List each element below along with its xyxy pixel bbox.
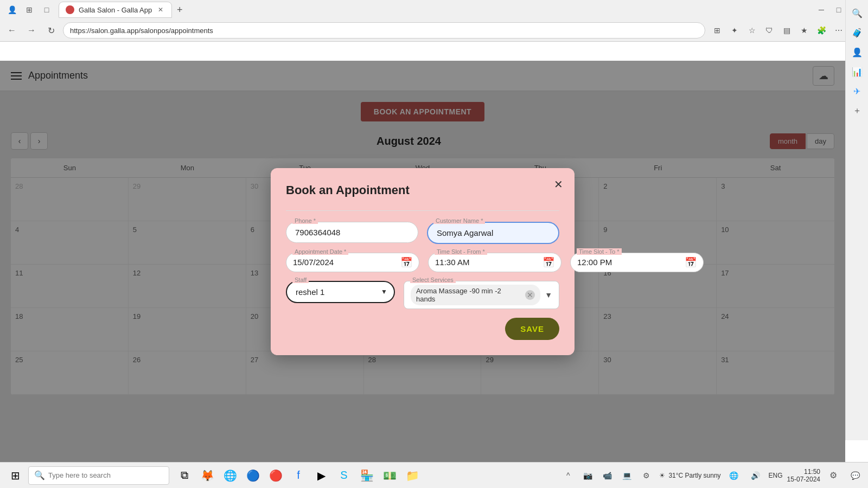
browser-title-bar: 👤 ⊞ □ Galla Salon - Galla App ✕ + ─ □ ✕ bbox=[0, 0, 868, 20]
edge-taskbar-icon[interactable]: 🌐 bbox=[219, 465, 241, 486]
taskbar-weather: ☀ 31°C Partly sunny bbox=[659, 472, 720, 479]
date-display: 15-07-2024 bbox=[787, 476, 820, 483]
taskbar-search-bar: 🔍 bbox=[28, 466, 169, 485]
save-button[interactable]: SAVE bbox=[505, 318, 559, 340]
analytics-icon[interactable]: 📊 bbox=[848, 63, 866, 80]
briefcase-icon[interactable]: 🧳 bbox=[848, 24, 866, 41]
tab-close-button[interactable]: ✕ bbox=[156, 5, 165, 14]
shield-icon[interactable]: 🛡 bbox=[762, 23, 777, 38]
camera-icon[interactable]: 📷 bbox=[579, 467, 596, 484]
tab-favicon bbox=[66, 5, 74, 14]
system-tray-chevron[interactable]: ^ bbox=[559, 467, 577, 484]
service-chip-remove-button[interactable]: ✕ bbox=[525, 290, 535, 300]
youtube-icon[interactable]: ▶ bbox=[310, 465, 332, 486]
copilot-button[interactable]: ✦ bbox=[727, 23, 742, 38]
restore-button[interactable]: □ bbox=[831, 2, 846, 17]
modal-title: Book an Appointment bbox=[286, 183, 559, 197]
browser-right-sidebar: 🔍 🧳 👤 📊 ✈ ＋ bbox=[845, 0, 868, 440]
services-label: Select Services bbox=[410, 277, 456, 283]
taskbar-gear-button[interactable]: ⚙ bbox=[825, 467, 842, 484]
forward-button[interactable]: → bbox=[24, 23, 39, 38]
customer-name-input[interactable] bbox=[427, 222, 559, 244]
volume-icon[interactable]: 🔊 bbox=[747, 467, 764, 484]
facebook-icon[interactable]: f bbox=[288, 465, 309, 486]
search-icon: 🔍 bbox=[34, 470, 45, 480]
send-icon[interactable]: ✈ bbox=[848, 82, 866, 100]
add-sidebar-button[interactable]: ＋ bbox=[848, 102, 866, 119]
time-from-input[interactable] bbox=[435, 258, 538, 267]
refresh-button[interactable]: ↻ bbox=[43, 23, 59, 38]
favorites-button[interactable]: ☆ bbox=[744, 23, 760, 38]
active-tab[interactable]: Galla Salon - Galla App ✕ bbox=[59, 2, 172, 18]
taskbar-right: ^ 📷 📹 💻 ⚙ ☀ 31°C Partly sunny 🌐 🔊 ENG 11… bbox=[559, 467, 864, 484]
taskbar-search-input[interactable] bbox=[48, 471, 163, 479]
time-from-field-group: Time Slot - From * 📅 bbox=[428, 253, 561, 272]
start-button[interactable]: ⊞ bbox=[4, 465, 26, 486]
phone-label: Phone * bbox=[292, 217, 318, 224]
microsoft-store-icon[interactable]: 🏪 bbox=[356, 465, 378, 486]
date-input-wrapper: 📅 bbox=[286, 253, 419, 272]
date-calendar-icon[interactable]: 📅 bbox=[400, 256, 412, 268]
minimize-button[interactable]: ─ bbox=[814, 2, 829, 17]
services-dropdown[interactable]: Aroma Massage -90 min -2 hands ✕ ▼ bbox=[404, 281, 559, 309]
phone-field-group: Phone * bbox=[286, 222, 418, 244]
time-to-label: Time Slot - To * bbox=[577, 248, 622, 255]
staff-select-wrapper: reshel 1 ▼ bbox=[286, 281, 395, 303]
tab-grid-button[interactable]: ⊞ bbox=[22, 2, 37, 17]
date-field-group: Appointment Date * 📅 bbox=[286, 253, 419, 272]
form-row-2: Appointment Date * 📅 Time Slot - From * … bbox=[286, 253, 559, 272]
browser-window-controls: 👤 ⊞ □ bbox=[4, 2, 54, 17]
money-icon[interactable]: 💵 bbox=[379, 465, 400, 486]
time-to-input[interactable] bbox=[577, 258, 680, 267]
reading-mode-button[interactable]: □ bbox=[39, 2, 54, 17]
grid-view-button[interactable]: ⊞ bbox=[710, 23, 725, 38]
files-icon[interactable]: 📁 bbox=[401, 465, 423, 486]
address-bar-row: ← → ↻ ⊞ ✦ ☆ 🛡 ▤ ★ 🧩 ⋯ 🌐 bbox=[0, 20, 868, 41]
time-to-input-wrapper: 📅 bbox=[570, 253, 704, 272]
time-to-calendar-icon[interactable]: 📅 bbox=[685, 256, 697, 268]
services-field-group: Select Services Aroma Massage -90 min -2… bbox=[404, 281, 559, 309]
profile-button[interactable]: 👤 bbox=[4, 2, 20, 17]
notification-button[interactable]: 💬 bbox=[846, 467, 864, 484]
modal-overlay[interactable]: Book an Appointment ✕ Phone * Customer N… bbox=[0, 61, 845, 462]
tab-bar: Galla Salon - Galla App ✕ + bbox=[54, 0, 192, 20]
form-row-1: Phone * Customer Name * bbox=[286, 222, 559, 244]
firefox-red-icon[interactable]: 🔴 bbox=[265, 465, 286, 486]
customer-name-field-group: Customer Name * bbox=[427, 222, 559, 244]
back-button[interactable]: ← bbox=[4, 23, 20, 38]
chrome-icon[interactable]: 🔵 bbox=[242, 465, 264, 486]
computer-icon[interactable]: 💻 bbox=[618, 467, 635, 484]
taskview-button[interactable]: ⧉ bbox=[174, 465, 195, 486]
save-btn-row: SAVE bbox=[286, 318, 559, 340]
staff-field-group: Staff reshel 1 ▼ bbox=[286, 281, 395, 309]
collections-button[interactable]: ★ bbox=[796, 23, 812, 38]
phone-input[interactable] bbox=[286, 222, 418, 243]
more-button[interactable]: ⋯ bbox=[831, 23, 846, 38]
user-sidebar-icon[interactable]: 👤 bbox=[848, 43, 866, 61]
form-row-3: Staff reshel 1 ▼ Select Services Aroma M… bbox=[286, 281, 559, 309]
browser-toolbar-actions: ⊞ ✦ ☆ 🛡 ▤ ★ 🧩 ⋯ 🌐 bbox=[710, 23, 864, 38]
video-icon[interactable]: 📹 bbox=[598, 467, 616, 484]
split-view-button[interactable]: ▤ bbox=[779, 23, 794, 38]
search-sidebar-icon[interactable]: 🔍 bbox=[848, 4, 866, 22]
customer-name-label: Customer Name * bbox=[433, 217, 485, 224]
booking-modal: Book an Appointment ✕ Phone * Customer N… bbox=[271, 168, 575, 355]
time-from-calendar-icon[interactable]: 📅 bbox=[542, 256, 554, 268]
network-icon[interactable]: 🌐 bbox=[725, 467, 743, 484]
settings-icon[interactable]: ⚙ bbox=[637, 467, 655, 484]
time-to-field-group: Time Slot - To * 📅 bbox=[570, 253, 704, 272]
extensions-button[interactable]: 🧩 bbox=[814, 23, 829, 38]
date-input[interactable] bbox=[293, 258, 396, 267]
new-tab-button[interactable]: + bbox=[172, 2, 187, 17]
firefox-icon[interactable]: 🦊 bbox=[196, 465, 218, 486]
taskbar-apps: ⧉ 🦊 🌐 🔵 🔴 f ▶ S 🏪 💵 📁 bbox=[174, 465, 423, 486]
taskbar-system-icons: ^ 📷 📹 💻 ⚙ bbox=[559, 467, 655, 484]
skype-icon[interactable]: S bbox=[333, 465, 355, 486]
services-dropdown-arrow-icon: ▼ bbox=[545, 291, 552, 299]
service-chip-label: Aroma Massage -90 min -2 hands bbox=[416, 287, 522, 303]
staff-select[interactable]: reshel 1 bbox=[286, 281, 395, 303]
address-input[interactable] bbox=[63, 22, 705, 38]
taskbar: ⊞ 🔍 ⧉ 🦊 🌐 🔵 🔴 f ▶ S 🏪 💵 📁 ^ 📷 📹 💻 ⚙ ☀ 31… bbox=[0, 462, 868, 488]
weather-text: 31°C Partly sunny bbox=[668, 472, 720, 479]
modal-close-button[interactable]: ✕ bbox=[551, 177, 566, 192]
